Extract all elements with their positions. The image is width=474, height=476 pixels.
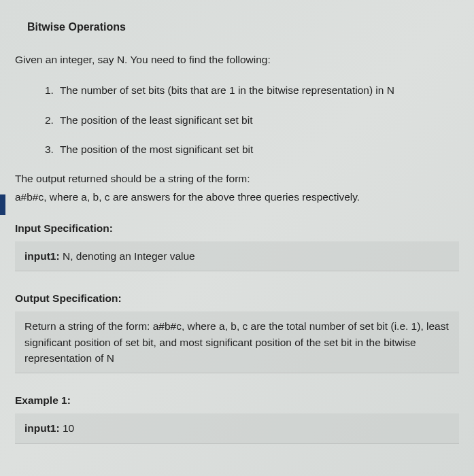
- list-number: 1.: [45, 82, 60, 98]
- problem-title: Bitwise Operations: [27, 19, 452, 35]
- requirements-list: 1. The number of set bits (bits that are…: [45, 82, 452, 157]
- input-spec-label: input1:: [24, 250, 60, 262]
- intro-text: Given an integer, say N. You need to fin…: [15, 52, 452, 67]
- example-heading: Example 1:: [15, 392, 452, 408]
- list-number: 2.: [45, 112, 60, 128]
- side-marker: [0, 194, 5, 215]
- input-spec-text: N, denoting an Integer value: [60, 250, 195, 262]
- example-text: 10: [60, 422, 75, 434]
- output-spec-box: Return a string of the form: a#b#c, wher…: [15, 311, 459, 373]
- example-label: input1:: [24, 422, 60, 434]
- input-spec-heading: Input Specification:: [15, 220, 452, 236]
- list-text: The position of the least significant se…: [60, 112, 452, 128]
- list-text: The position of the most significant set…: [60, 141, 452, 157]
- list-item: 1. The number of set bits (bits that are…: [45, 82, 452, 98]
- list-number: 3.: [45, 141, 60, 157]
- example-box: input1: 10: [15, 413, 459, 443]
- list-text: The number of set bits (bits that are 1 …: [60, 82, 452, 98]
- list-item: 2. The position of the least significant…: [45, 112, 452, 128]
- input-spec-box: input1: N, denoting an Integer value: [15, 241, 459, 271]
- output-spec-text: Return a string of the form: a#b#c, wher…: [24, 320, 449, 364]
- output-description-line2: a#b#c, where a, b, c are answers for the…: [15, 189, 452, 205]
- output-description-line1: The output returned should be a string o…: [15, 171, 452, 186]
- list-item: 3. The position of the most significant …: [45, 141, 452, 157]
- output-spec-heading: Output Specification:: [15, 290, 452, 306]
